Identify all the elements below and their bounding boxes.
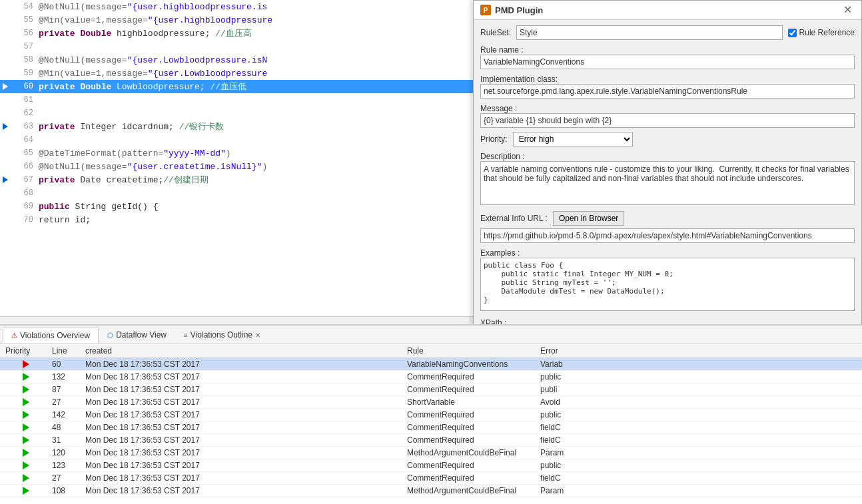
violations-table[interactable]: Priority Line created Rule Error 60 Mon …	[0, 344, 862, 504]
priority-arrow-green	[23, 436, 29, 444]
priority-arrow-green	[23, 411, 29, 419]
violations-panel: ⚠ Violations Overview ⬡ Dataflow View ≡ …	[0, 324, 862, 504]
table-row[interactable]: 60 Mon Dec 18 17:36:53 CST 2017 Variable…	[0, 358, 862, 371]
open-browser-button[interactable]: Open in Browser	[553, 211, 624, 226]
examples-textarea[interactable]: public class Foo { public static final I…	[480, 258, 855, 311]
xpath-section: XPath :	[480, 317, 855, 324]
priority-select[interactable]: Error high Error low Warning high Warnin…	[513, 132, 633, 146]
table-row[interactable]: 120 Mon Dec 18 17:36:53 CST 2017 MethodA…	[0, 447, 862, 459]
line-cell: 27	[49, 473, 83, 483]
created-cell: Mon Dec 18 17:36:53 CST 2017	[83, 397, 404, 407]
created-cell: Mon Dec 18 17:36:53 CST 2017	[83, 360, 404, 369]
code-text-67: private Date createtime;//创建日期	[39, 174, 209, 186]
col-priority: Priority	[3, 346, 49, 356]
rule-cell: CommentRequired	[404, 461, 538, 470]
line-number-59: 59	[13, 69, 33, 78]
table-row[interactable]: 31 Mon Dec 18 17:36:53 CST 2017 CommentR…	[0, 434, 862, 447]
priority-row: Priority: Error high Error low Warning h…	[480, 132, 855, 146]
priority-arrow-red	[23, 360, 29, 368]
priority-cell	[3, 411, 49, 419]
priority-arrow-green	[23, 461, 29, 469]
code-line-54[interactable]: 54 @NotNull(message="{user.highbloodpres…	[0, 0, 473, 13]
rule-cell: MethodArgumentCouldBeFinal	[404, 486, 538, 495]
ruleset-input[interactable]	[516, 25, 783, 40]
violations-icon: ⚠	[11, 332, 17, 339]
table-row[interactable]: 142 Mon Dec 18 17:36:53 CST 2017 Comment…	[0, 409, 862, 421]
message-section: Message :	[480, 103, 855, 128]
code-line-63[interactable]: 63 private Integer idcardnum; //银行卡数	[0, 120, 473, 133]
error-cell: Avoid	[538, 397, 859, 407]
rule-reference-checkbox[interactable]	[788, 29, 797, 37]
code-line-70[interactable]: 70 return id;	[0, 213, 473, 226]
table-row[interactable]: 132 Mon Dec 18 17:36:53 CST 2017 Comment…	[0, 371, 862, 383]
table-row[interactable]: 27 Mon Dec 18 17:36:53 CST 2017 CommentR…	[0, 472, 862, 485]
code-line-69[interactable]: 69 public String getId() {	[0, 200, 473, 213]
line-number-63: 63	[13, 122, 33, 131]
code-line-66[interactable]: 66 @NotNull(message="{user.createtime.is…	[0, 160, 473, 173]
table-header: Priority Line created Rule Error	[0, 344, 862, 358]
horizontal-scrollbar[interactable]	[0, 316, 473, 324]
line-cell: 123	[49, 461, 83, 470]
outline-close[interactable]: ✕	[255, 332, 260, 339]
code-text-56: private Double highbloodpressure; //血压高	[39, 27, 252, 39]
tab-violations-overview[interactable]: ⚠ Violations Overview	[3, 328, 99, 343]
table-row[interactable]: 108 Mon Dec 18 17:36:53 CST 2017 MethodA…	[0, 485, 862, 497]
priority-arrow-green	[23, 474, 29, 482]
violations-tabs: ⚠ Violations Overview ⬡ Dataflow View ≡ …	[0, 326, 862, 344]
created-cell: Mon Dec 18 17:36:53 CST 2017	[83, 473, 404, 483]
code-line-67[interactable]: 67 private Date createtime;//创建日期	[0, 173, 473, 186]
ruleset-label: RuleSet:	[480, 28, 511, 37]
code-text-66: @NotNull(message="{user.createtime.isNul…	[39, 162, 267, 172]
tab-outline-label: Violations Outline	[191, 330, 252, 340]
table-row[interactable]: 48 Mon Dec 18 17:36:53 CST 2017 CommentR…	[0, 421, 862, 434]
line-cell: 27	[49, 397, 83, 407]
line-number-66: 66	[13, 162, 33, 171]
tab-dataflow-view[interactable]: ⬡ Dataflow View	[99, 327, 175, 342]
rule-name-input[interactable]	[480, 55, 855, 69]
code-line-58[interactable]: 58 @NotNull(message="{user.Lowbloodpress…	[0, 53, 473, 67]
rule-cell: VariableNamingConventions	[404, 360, 538, 369]
close-button[interactable]: ✕	[841, 5, 855, 15]
message-label: Message :	[480, 104, 855, 113]
line-number-60: 60	[13, 82, 33, 91]
line-number-61: 61	[13, 95, 33, 105]
examples-label: Examples :	[480, 248, 855, 258]
description-section: Description : A variable naming conventi…	[480, 150, 855, 207]
message-input[interactable]	[480, 113, 855, 128]
error-cell: fieldC	[538, 435, 859, 445]
priority-label: Priority:	[480, 134, 508, 144]
table-row[interactable]: 87 Mon Dec 18 17:36:53 CST 2017 CommentR…	[0, 383, 862, 396]
code-text-60: private Double Lowbloodpressure; //血压低	[39, 81, 246, 93]
priority-cell	[3, 461, 49, 469]
table-row[interactable]: 123 Mon Dec 18 17:36:53 CST 2017 Comment…	[0, 459, 862, 472]
url-input[interactable]	[480, 228, 855, 243]
description-textarea[interactable]: A variable naming conventions rule - cus…	[480, 161, 855, 205]
col-error: Error	[538, 346, 859, 356]
created-cell: Mon Dec 18 17:36:53 CST 2017	[83, 448, 404, 457]
code-line-57[interactable]: 57	[0, 40, 473, 53]
code-line-68[interactable]: 68	[0, 186, 473, 200]
code-line-64[interactable]: 64	[0, 133, 473, 146]
error-cell: public	[538, 461, 859, 470]
examples-section: Examples : public class Foo { public sta…	[480, 247, 855, 313]
tab-violations-outline[interactable]: ≡ Violations Outline ✕	[175, 327, 269, 342]
code-line-62[interactable]: 62	[0, 107, 473, 120]
priority-arrow-green	[23, 385, 29, 393]
dialog-title-bar: P PMD Plugin ✕	[474, 1, 861, 20]
rule-reference-checkbox-container[interactable]: Rule Reference	[788, 28, 855, 37]
code-text-70: return id;	[39, 215, 91, 225]
code-line-55[interactable]: 55 @Min(value=1,message="{user.highblood…	[0, 13, 473, 27]
code-text-54: @NotNull(message="{user.highbloodpressur…	[39, 2, 267, 12]
table-row[interactable]: 27 Mon Dec 18 17:36:53 CST 2017 ShortVar…	[0, 396, 862, 409]
code-line-65[interactable]: 65 @DateTimeFormat(pattern="yyyy-MM-dd")	[0, 146, 473, 160]
error-cell: Param	[538, 448, 859, 457]
rule-cell: CommentRequired	[404, 385, 538, 394]
code-line-59[interactable]: 59 @Min(value=1,message="{user.Lowbloodp…	[0, 67, 473, 80]
code-line-56[interactable]: 56 private Double highbloodpressure; //血…	[0, 27, 473, 40]
code-editor[interactable]: 54 @NotNull(message="{user.highbloodpres…	[0, 0, 473, 316]
line-cell: 142	[49, 410, 83, 419]
impl-class-input[interactable]	[480, 84, 855, 99]
code-line-60[interactable]: 60 private Double Lowbloodpressure; //血压…	[0, 80, 473, 93]
dialog-title: PMD Plugin	[495, 5, 543, 15]
code-line-61[interactable]: 61	[0, 93, 473, 107]
